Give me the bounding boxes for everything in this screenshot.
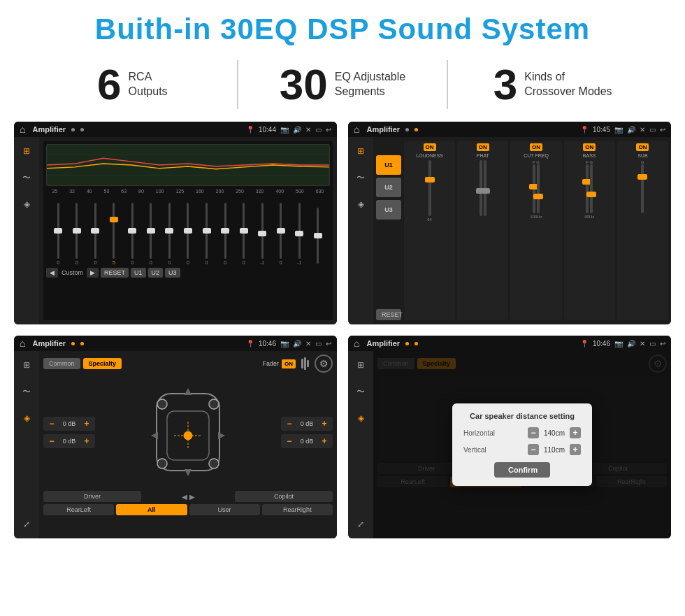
- wave-sidebar-icon-4[interactable]: 〜: [352, 383, 369, 400]
- on-badge-phat[interactable]: ON: [477, 143, 489, 151]
- eq-slider-9[interactable]: 0: [220, 203, 230, 265]
- minimize-icon-2[interactable]: ▭: [649, 126, 656, 134]
- on-badge-cutfreq[interactable]: ON: [530, 143, 542, 151]
- home-icon-3[interactable]: ⌂: [20, 338, 25, 349]
- cutfreq-slider2[interactable]: [537, 164, 540, 213]
- eq-slider-4[interactable]: 0: [127, 203, 137, 265]
- eq-sidebar-icon-2[interactable]: ⊞: [352, 143, 369, 159]
- on-badge-bass[interactable]: ON: [583, 143, 596, 151]
- eq-sidebar-icon-4[interactable]: ⊞: [352, 357, 369, 373]
- on-badge-loudness[interactable]: ON: [424, 143, 436, 151]
- preset-u2[interactable]: U2: [376, 178, 401, 197]
- fader-plus-4[interactable]: +: [319, 436, 329, 446]
- stat-label-eq-2: Segments: [335, 85, 405, 99]
- eq-slider-3[interactable]: 5: [109, 203, 119, 265]
- fader-minus-2[interactable]: −: [47, 436, 57, 446]
- wave-sidebar-icon-3[interactable]: 〜: [18, 383, 35, 400]
- horizontal-minus-btn[interactable]: −: [528, 427, 539, 438]
- home-icon-4[interactable]: ⌂: [354, 338, 359, 349]
- wave-sidebar-icon[interactable]: 〜: [18, 169, 35, 186]
- close-icon-2[interactable]: ✕: [640, 126, 645, 134]
- eq-slider-13[interactable]: -1: [294, 203, 304, 265]
- eq-slider-7[interactable]: 0: [183, 203, 193, 265]
- eq-u2-btn[interactable]: U2: [148, 268, 164, 278]
- fader-plus-2[interactable]: +: [82, 436, 92, 446]
- settings-btn[interactable]: ⚙: [315, 354, 333, 373]
- speaker-sidebar-icon-4[interactable]: ◈: [352, 410, 369, 427]
- tab-common[interactable]: Common: [43, 358, 80, 369]
- left-arrow[interactable]: ◀: [182, 493, 187, 501]
- eq-prev-btn[interactable]: ◀: [46, 268, 58, 278]
- fader-minus-4[interactable]: −: [284, 436, 294, 446]
- eq-slider-12[interactable]: 0: [276, 203, 286, 265]
- expand-sidebar-icon-4[interactable]: ⤢: [352, 516, 369, 533]
- wave-sidebar-icon-2[interactable]: 〜: [352, 169, 369, 186]
- close-icon-4[interactable]: ✕: [640, 340, 645, 348]
- minimize-icon-3[interactable]: ▭: [315, 340, 322, 348]
- home-icon-2[interactable]: ⌂: [354, 124, 359, 135]
- home-icon[interactable]: ⌂: [20, 124, 25, 135]
- btn-rearright[interactable]: RearRight: [262, 504, 333, 515]
- bass-slider1[interactable]: [586, 164, 589, 213]
- fader-on-badge[interactable]: ON: [282, 359, 296, 368]
- eq-slider-14[interactable]: [313, 208, 323, 265]
- screen2-title: Amplifier: [366, 125, 400, 134]
- eq-sidebar-icon-3[interactable]: ⊞: [18, 357, 35, 373]
- cutfreq-slider1[interactable]: [533, 164, 535, 213]
- eq-slider-5[interactable]: 0: [146, 203, 156, 265]
- back-icon-4[interactable]: ↩: [660, 340, 665, 348]
- speaker-sidebar-icon-3[interactable]: ◈: [18, 410, 35, 427]
- speaker-sidebar-icon[interactable]: ◈: [18, 196, 35, 213]
- eq-slider-1[interactable]: 0: [72, 203, 82, 265]
- eq-slider-0[interactable]: 0: [53, 203, 63, 265]
- eq-sidebar-icon[interactable]: ⊞: [18, 143, 35, 159]
- stats-row: 6 RCA Outputs 30 EQ Adjustable Segments …: [0, 53, 685, 117]
- preset-u3[interactable]: U3: [376, 200, 401, 220]
- eq-u3-btn[interactable]: U3: [165, 268, 180, 278]
- btn-copilot[interactable]: Copilot: [235, 491, 333, 502]
- screen1-content: ⊞ 〜 ◈: [14, 137, 337, 324]
- vertical-minus-btn[interactable]: −: [528, 444, 539, 455]
- tab-specialty[interactable]: Specialty: [83, 358, 122, 369]
- amp-reset-btn[interactable]: RESET: [376, 309, 401, 320]
- back-icon-2[interactable]: ↩: [660, 126, 665, 134]
- eq-slider-10[interactable]: 0: [239, 203, 249, 265]
- fader-plus-1[interactable]: +: [82, 419, 92, 429]
- eq-play-btn[interactable]: ▶: [87, 268, 99, 278]
- minimize-icon-4[interactable]: ▭: [649, 340, 656, 348]
- minimize-icon-1[interactable]: ▭: [315, 126, 322, 134]
- speaker-sidebar-icon-2[interactable]: ◈: [352, 196, 369, 213]
- btn-driver[interactable]: Driver: [43, 491, 141, 502]
- eq-slider-8[interactable]: 0: [202, 203, 212, 265]
- btn-rearleft[interactable]: RearLeft: [43, 504, 114, 515]
- sub-slider[interactable]: [641, 164, 644, 213]
- confirm-button[interactable]: Confirm: [494, 462, 550, 478]
- eq-slider-2[interactable]: 0: [90, 203, 100, 265]
- close-icon-1[interactable]: ✕: [305, 126, 311, 134]
- svg-point-11: [209, 459, 219, 468]
- fader-db-val-4: 0 dB: [297, 438, 317, 445]
- eq-slider-11[interactable]: -1: [257, 203, 267, 265]
- fader-minus-1[interactable]: −: [47, 419, 57, 429]
- fader-minus-3[interactable]: −: [284, 419, 294, 429]
- btn-all[interactable]: All: [116, 504, 187, 515]
- horizontal-plus-btn[interactable]: +: [570, 427, 581, 438]
- eq-u1-btn[interactable]: U1: [131, 268, 146, 278]
- eq-slider-6[interactable]: 0: [164, 203, 174, 265]
- expand-sidebar-icon-3[interactable]: ⤢: [18, 516, 35, 533]
- on-badge-sub[interactable]: ON: [636, 143, 649, 151]
- loudness-slider[interactable]: [428, 160, 431, 216]
- eq-reset-btn[interactable]: RESET: [101, 268, 129, 278]
- close-icon-3[interactable]: ✕: [305, 340, 311, 348]
- vertical-plus-btn[interactable]: +: [570, 444, 581, 455]
- bass-slider2[interactable]: [590, 164, 593, 213]
- status-bar-4: ⌂ Amplifier 📍 10:46 📷 🔊 ✕ ▭ ↩: [348, 336, 671, 351]
- btn-user[interactable]: User: [189, 504, 260, 515]
- phat-slider2[interactable]: [484, 160, 486, 216]
- fader-plus-3[interactable]: +: [319, 419, 329, 429]
- right-arrow[interactable]: ▶: [189, 493, 195, 501]
- preset-u1[interactable]: U1: [376, 155, 401, 175]
- back-icon-3[interactable]: ↩: [326, 340, 331, 348]
- status-bar-1: ⌂ Amplifier 📍 10:44 📷 🔊 ✕ ▭ ↩: [14, 122, 337, 137]
- back-icon-1[interactable]: ↩: [326, 126, 331, 134]
